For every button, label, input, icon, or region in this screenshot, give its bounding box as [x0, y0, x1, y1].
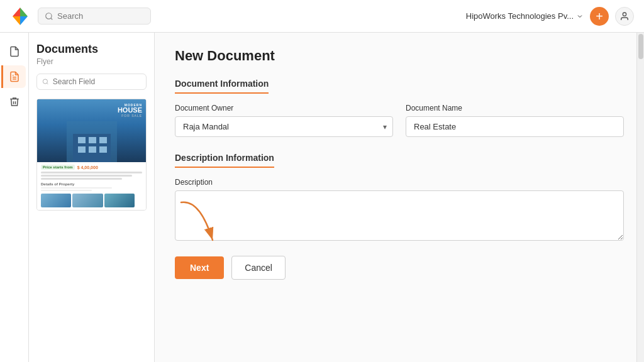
add-button[interactable]: +: [590, 7, 609, 26]
svg-line-6: [47, 83, 48, 84]
doc-owner-group: Document Owner Raja Mandal: [175, 104, 393, 137]
navbar-right: HipoWorks Technologies Pv... +: [466, 7, 634, 26]
svg-point-0: [46, 13, 52, 18]
doc-name-label: Document Name: [406, 104, 624, 112]
user-icon: [619, 11, 630, 21]
app-logo[interactable]: [10, 6, 30, 26]
search-box[interactable]: [38, 8, 151, 25]
doc-info-section: Document Information Document Owner Raja…: [175, 78, 624, 137]
document-active-icon: [9, 71, 20, 82]
navbar: HipoWorks Technologies Pv... +: [0, 0, 644, 33]
sidebar-title: Documents: [36, 43, 147, 56]
next-button[interactable]: Next: [175, 256, 224, 279]
doc-owner-select[interactable]: Raja Mandal: [175, 116, 393, 137]
thumbnail-content: Price starts from $ 4,00,000 Details of …: [37, 162, 146, 210]
sidebar-search-input[interactable]: [53, 77, 141, 86]
page-title: New Document: [175, 48, 624, 64]
desc-section: Description Information Description: [175, 152, 624, 241]
sidebar-subtitle: Flyer: [36, 57, 147, 66]
trash-icon: [9, 96, 20, 107]
desc-section-title: Description Information: [175, 153, 274, 168]
sidebar-search-icon: [42, 78, 49, 85]
rail-documents-active[interactable]: [1, 65, 26, 88]
company-selector[interactable]: HipoWorks Technologies Pv...: [466, 11, 584, 21]
document-icon: [9, 46, 20, 57]
user-icon-button[interactable]: [615, 7, 634, 26]
svg-rect-12: [78, 146, 86, 153]
doc-info-row: Document Owner Raja Mandal Document Name: [175, 104, 624, 137]
desc-label: Description: [175, 178, 624, 187]
scrollbar[interactable]: [636, 33, 644, 362]
svg-point-5: [43, 79, 47, 84]
svg-rect-11: [99, 137, 107, 143]
svg-line-1: [51, 18, 53, 19]
chevron-down-icon: [576, 13, 584, 20]
rail-trash[interactable]: [3, 90, 26, 113]
sidebar-search[interactable]: [36, 74, 147, 90]
thumbnail-image: MODERN HOUSE FOR SALE: [37, 99, 146, 162]
document-thumbnail[interactable]: MODERN HOUSE FOR SALE: [36, 99, 147, 211]
doc-info-section-title: Document Information: [175, 79, 269, 94]
desc-textarea[interactable]: [175, 190, 624, 241]
svg-rect-10: [89, 137, 96, 143]
svg-rect-14: [99, 146, 107, 153]
desc-group: Description: [175, 178, 624, 241]
sidebar: Documents Flyer MODERN HOUSE FOR SALE: [29, 33, 155, 362]
rail-documents[interactable]: [3, 40, 26, 63]
svg-rect-13: [89, 146, 96, 153]
doc-owner-select-wrapper: Raja Mandal: [175, 116, 393, 137]
action-row: Next Cancel: [175, 256, 624, 280]
scroll-thumb[interactable]: [638, 34, 643, 59]
svg-rect-9: [78, 137, 86, 143]
search-icon: [45, 12, 53, 21]
doc-owner-label: Document Owner: [175, 104, 393, 112]
content-area: New Document Document Information Docume…: [155, 33, 644, 362]
main-layout: Documents Flyer MODERN HOUSE FOR SALE: [0, 33, 644, 362]
icon-rail: [0, 33, 29, 362]
search-input[interactable]: [57, 11, 133, 21]
doc-name-input[interactable]: [406, 116, 624, 137]
doc-name-group: Document Name: [406, 104, 624, 137]
svg-point-2: [623, 13, 626, 16]
cancel-button[interactable]: Cancel: [231, 256, 286, 280]
